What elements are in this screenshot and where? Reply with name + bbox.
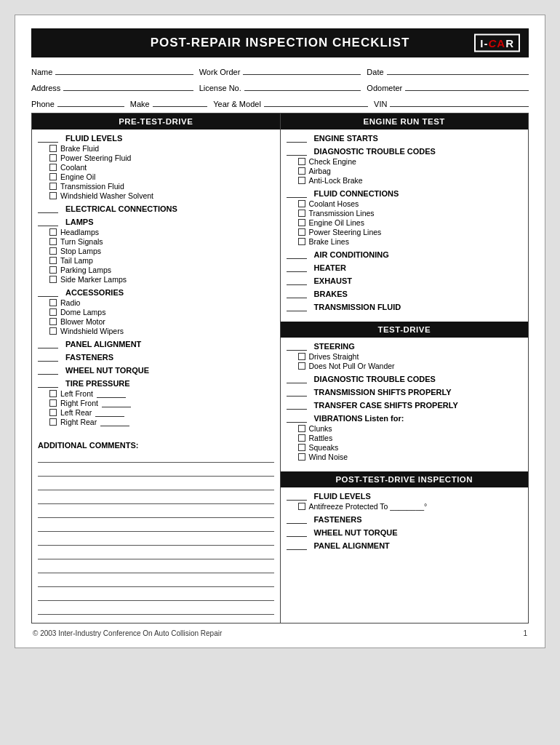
checkbox[interactable] xyxy=(298,200,305,207)
checkbox[interactable] xyxy=(49,247,57,255)
engine-starts-score[interactable] xyxy=(287,134,307,143)
vin-input[interactable] xyxy=(390,97,529,107)
checkbox[interactable] xyxy=(49,418,57,426)
checkbox[interactable] xyxy=(49,399,57,407)
checkbox[interactable] xyxy=(298,210,305,217)
accessories-title: ACCESSORIES xyxy=(38,288,274,297)
checkbox[interactable] xyxy=(49,327,57,335)
form-row-3: Phone Make Year & Model VIN xyxy=(31,97,529,108)
wheel-nut-post-score[interactable] xyxy=(287,528,307,537)
fasteners-post-score[interactable] xyxy=(287,515,307,524)
ac-score[interactable] xyxy=(287,250,307,259)
checkbox[interactable] xyxy=(49,164,57,171)
accessories-score[interactable] xyxy=(38,288,58,297)
name-input[interactable] xyxy=(55,65,193,75)
checkbox[interactable] xyxy=(298,353,305,360)
comment-line[interactable] xyxy=(38,605,274,615)
list-item: Check Engine xyxy=(298,157,523,166)
checkbox[interactable] xyxy=(298,444,305,451)
checkbox[interactable] xyxy=(49,238,57,245)
checkbox[interactable] xyxy=(49,192,57,199)
checkbox[interactable] xyxy=(49,390,57,397)
list-item: Blower Motor xyxy=(49,317,274,326)
right-rear-value[interactable] xyxy=(100,418,129,426)
steering-items: Drives Straight Does Not Pull Or Wander xyxy=(287,352,523,370)
wheel-nut-post-title: WHEEL NUT TORQUE xyxy=(287,528,523,537)
vibrations-score[interactable] xyxy=(287,414,307,423)
checkbox[interactable] xyxy=(49,308,57,316)
fasteners-score[interactable] xyxy=(38,353,58,362)
dtc-score[interactable] xyxy=(287,147,307,156)
comment-line[interactable] xyxy=(38,549,274,559)
address-input[interactable] xyxy=(63,81,193,91)
vibrations-title: VIBRATIONS Listen for: xyxy=(287,414,523,423)
engine-starts-title: ENGINE STARTS xyxy=(287,134,523,143)
checkbox[interactable] xyxy=(298,434,305,442)
electrical-score[interactable] xyxy=(38,204,58,213)
brakes-score[interactable] xyxy=(287,290,307,298)
lamps-score[interactable] xyxy=(38,218,58,226)
trans-shifts-score[interactable] xyxy=(287,388,307,397)
post-test-drive-content: FLUID LEVELS Antifreeze Protected To ___… xyxy=(281,487,529,560)
checkbox[interactable] xyxy=(49,276,57,283)
comment-line[interactable] xyxy=(38,591,274,601)
panel-score[interactable] xyxy=(38,340,58,348)
odometer-input[interactable] xyxy=(405,81,529,91)
checkbox[interactable] xyxy=(298,219,305,226)
fluid-levels-score[interactable] xyxy=(38,134,58,143)
checkbox[interactable] xyxy=(49,299,57,306)
date-input[interactable] xyxy=(387,65,529,75)
checkbox[interactable] xyxy=(49,257,57,264)
list-item: Does Not Pull Or Wander xyxy=(298,362,523,370)
checkbox[interactable] xyxy=(298,503,305,510)
left-rear-value[interactable] xyxy=(95,408,124,417)
checkbox[interactable] xyxy=(49,409,57,416)
trans-fluid-score[interactable] xyxy=(287,303,307,311)
right-front-value[interactable] xyxy=(102,399,131,407)
fluid-conn-score[interactable] xyxy=(287,189,307,198)
list-item: Radio xyxy=(49,298,274,307)
transfer-case-score[interactable] xyxy=(287,401,307,410)
checkbox[interactable] xyxy=(298,228,305,236)
checkbox[interactable] xyxy=(49,173,57,180)
checkbox[interactable] xyxy=(49,145,57,152)
heater-score[interactable] xyxy=(287,263,307,272)
dtc-test-score[interactable] xyxy=(287,375,307,383)
checkbox[interactable] xyxy=(49,183,57,190)
comment-line[interactable] xyxy=(38,466,274,477)
comment-line[interactable] xyxy=(38,494,274,504)
comment-line[interactable] xyxy=(38,563,274,573)
tire-pressure-score[interactable] xyxy=(38,379,58,388)
checkbox[interactable] xyxy=(49,154,57,162)
checkbox[interactable] xyxy=(298,238,305,245)
license-input[interactable] xyxy=(244,81,361,91)
checkbox[interactable] xyxy=(298,362,305,370)
left-front-value[interactable] xyxy=(97,389,126,398)
comment-line[interactable] xyxy=(38,522,274,532)
checkbox[interactable] xyxy=(49,266,57,274)
work-order-input[interactable] xyxy=(243,65,361,75)
phone-input[interactable] xyxy=(57,97,124,107)
fluid-post-score[interactable] xyxy=(287,492,307,501)
year-model-input[interactable] xyxy=(264,97,368,107)
comment-line[interactable] xyxy=(38,480,274,490)
checkbox[interactable] xyxy=(298,158,305,165)
panel-post-score[interactable] xyxy=(287,541,307,550)
wheel-nut-score[interactable] xyxy=(38,366,58,375)
make-input[interactable] xyxy=(153,97,208,107)
exhaust-score[interactable] xyxy=(287,276,307,285)
checkbox[interactable] xyxy=(298,177,305,184)
make-label: Make xyxy=(130,100,150,108)
comment-line[interactable] xyxy=(38,453,274,463)
checkbox[interactable] xyxy=(298,453,305,461)
steering-score[interactable] xyxy=(287,342,307,351)
comment-line[interactable] xyxy=(38,535,274,546)
trans-shifts-group: TRANSMISSION SHIFTS PROPERLY xyxy=(287,388,523,397)
comment-line[interactable] xyxy=(38,508,274,518)
comment-line[interactable] xyxy=(38,577,274,587)
list-item: Antifreeze Protected To ________° xyxy=(298,502,523,511)
checkbox[interactable] xyxy=(49,318,57,325)
checkbox[interactable] xyxy=(49,228,57,236)
checkbox[interactable] xyxy=(298,425,305,432)
checkbox[interactable] xyxy=(298,167,305,175)
